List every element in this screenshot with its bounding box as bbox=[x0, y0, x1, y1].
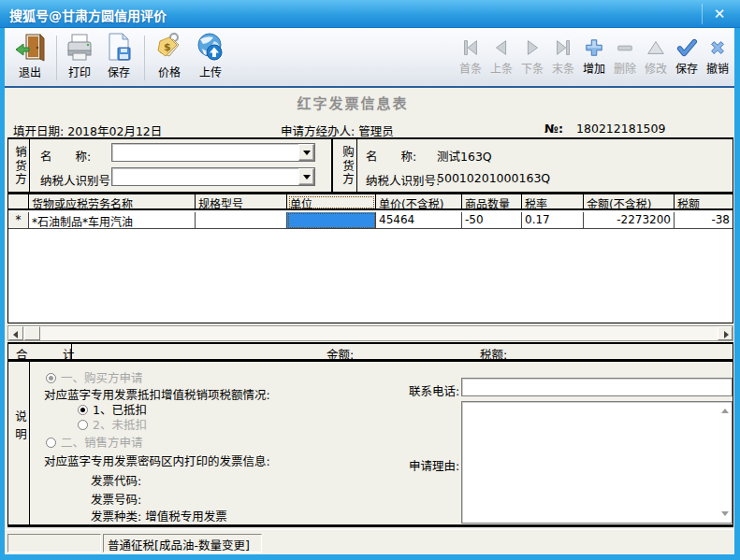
cell-quantity[interactable]: -50 bbox=[462, 212, 522, 229]
column-header-tax[interactable]: 税额 bbox=[675, 194, 733, 210]
save-record-button[interactable]: 保存 bbox=[672, 37, 702, 76]
scrollbar-thumb[interactable] bbox=[24, 326, 40, 340]
cancel-x-icon bbox=[706, 37, 729, 58]
column-header-quantity[interactable]: 商品数量 bbox=[462, 194, 522, 210]
cell-spec[interactable] bbox=[196, 212, 287, 229]
scroll-right-icon bbox=[724, 331, 729, 338]
buyer-tab: 购货方 bbox=[333, 139, 356, 192]
column-header-spec[interactable]: 规格型号 bbox=[196, 194, 287, 210]
add-record-label: 增加 bbox=[579, 60, 609, 76]
radio-seller-apply-label: 二、销售方申请 bbox=[61, 436, 143, 450]
toolbar: 退出 打印 保存 bbox=[5, 28, 734, 88]
modify-record-button[interactable]: 修改 bbox=[641, 37, 671, 76]
cell-goods-name[interactable]: *石油制品*车用汽油 bbox=[29, 212, 196, 229]
cell-amount[interactable]: -2273200 bbox=[584, 212, 675, 229]
invoice-number-label: 发票号码: bbox=[91, 493, 141, 507]
upload-globe-icon bbox=[196, 32, 225, 62]
seller-taxid-combobox[interactable] bbox=[111, 167, 315, 186]
column-header-amount[interactable]: 金额(不含税) bbox=[584, 194, 675, 210]
seller-taxid-value[interactable] bbox=[113, 169, 297, 184]
add-plus-icon bbox=[583, 37, 605, 58]
column-header-unit-price[interactable]: 单价(不含税) bbox=[376, 194, 462, 210]
seller-tab: 销货方 bbox=[8, 139, 29, 192]
statusbar-tax-mode: 普通征税[成品油-数量变更] bbox=[103, 534, 262, 553]
seller-taxid-label: 纳税人识别号: bbox=[40, 171, 114, 189]
print-button[interactable]: 打印 bbox=[60, 32, 99, 79]
window-title: 搜狐号@甘肃方圆信用评价 bbox=[9, 6, 167, 24]
cell-unit-selected[interactable] bbox=[287, 212, 376, 229]
column-header-tax-rate[interactable]: 税率 bbox=[522, 194, 584, 210]
notes-panel: 说明 一、购买方申请 对应蓝字专用发票抵扣增值税销项税额情况: 1、已抵扣 2、… bbox=[7, 361, 733, 527]
print-label: 打印 bbox=[60, 64, 99, 79]
fill-date-value: 2018年02月12日 bbox=[67, 124, 162, 138]
radio-buyer-apply[interactable]: 一、购买方申请 bbox=[46, 368, 143, 386]
delete-minus-icon bbox=[614, 37, 636, 58]
buyer-taxid-value: 50010201000163Q bbox=[437, 171, 550, 185]
window-border bbox=[0, 554, 740, 560]
price-button[interactable]: $ 价格 bbox=[150, 32, 189, 79]
seller-name-combobox[interactable] bbox=[111, 143, 315, 162]
prev-record-icon bbox=[490, 37, 513, 58]
cell-unit-price[interactable]: 45464 bbox=[376, 212, 462, 229]
form-number: №: 180212181509 bbox=[544, 122, 665, 136]
reason-textarea[interactable] bbox=[461, 401, 733, 524]
window-border bbox=[734, 28, 740, 560]
phone-label: 联系电话: bbox=[409, 381, 459, 399]
scroll-down-icon[interactable] bbox=[721, 511, 729, 516]
upload-label: 上传 bbox=[191, 64, 230, 79]
statusbar-cell-empty bbox=[7, 534, 101, 553]
seller-name-label: 名 称: bbox=[40, 147, 91, 165]
radio-not-deducted[interactable]: 2、未抵扣 bbox=[78, 415, 147, 433]
form-number-value: 180212181509 bbox=[576, 122, 665, 136]
window-border bbox=[0, 28, 5, 560]
app-window: 搜狐号@甘肃方圆信用评价 ✕ 退出 打印 bbox=[0, 0, 740, 560]
row-selector[interactable]: * bbox=[8, 212, 29, 229]
radio-button-icon[interactable] bbox=[78, 420, 88, 430]
cell-tax[interactable]: -38 bbox=[675, 212, 733, 229]
radio-button-icon[interactable] bbox=[78, 405, 88, 415]
radio-button-icon[interactable] bbox=[46, 438, 56, 448]
statusbar: 普通征税[成品油-数量变更] bbox=[5, 529, 734, 554]
svg-text:$: $ bbox=[164, 41, 171, 53]
buyer-name-label: 名 称: bbox=[366, 147, 416, 165]
scroll-left-icon bbox=[13, 331, 18, 338]
radio-button-icon[interactable] bbox=[46, 373, 56, 383]
close-icon[interactable]: ✕ bbox=[708, 4, 731, 24]
column-header-unit[interactable]: 单位 bbox=[287, 194, 376, 210]
buyer-name-value: 测试163Q bbox=[437, 147, 492, 165]
upload-button[interactable]: 上传 bbox=[191, 32, 230, 79]
radio-buyer-apply-label: 一、购买方申请 bbox=[61, 371, 143, 385]
scroll-up-icon[interactable] bbox=[721, 409, 729, 413]
exit-button[interactable]: 退出 bbox=[10, 32, 50, 79]
form-title: 红字发票信息表 bbox=[259, 93, 446, 112]
phone-input[interactable] bbox=[461, 378, 733, 396]
column-header-goods-name[interactable]: 货物或应税劳务名称 bbox=[29, 194, 196, 210]
cell-tax-rate[interactable]: 0.17 bbox=[522, 212, 584, 229]
modify-record-label: 修改 bbox=[641, 60, 671, 76]
first-record-icon bbox=[459, 37, 482, 58]
seller-taxid-dropdown-button[interactable] bbox=[298, 168, 314, 185]
prev-record-label: 上条 bbox=[486, 60, 516, 76]
add-record-button[interactable]: 增加 bbox=[579, 37, 609, 76]
last-record-button[interactable]: 末条 bbox=[548, 37, 578, 76]
seller-name-dropdown-button[interactable] bbox=[298, 144, 314, 161]
divider bbox=[29, 139, 30, 192]
save-file-button[interactable]: 保存 bbox=[99, 32, 138, 79]
exit-label: 退出 bbox=[10, 64, 50, 79]
delete-record-button[interactable]: 删除 bbox=[610, 37, 640, 76]
price-label: 价格 bbox=[150, 64, 189, 79]
cancel-record-label: 撤销 bbox=[703, 60, 733, 76]
seller-name-value[interactable] bbox=[113, 145, 297, 160]
scroll-left-button[interactable] bbox=[8, 326, 23, 340]
prev-record-button[interactable]: 上条 bbox=[486, 37, 516, 76]
table-horizontal-scrollbar[interactable] bbox=[7, 325, 733, 341]
next-record-button[interactable]: 下条 bbox=[517, 37, 547, 76]
scroll-right-button[interactable] bbox=[718, 326, 733, 340]
last-record-label: 末条 bbox=[548, 60, 578, 76]
first-record-button[interactable]: 首条 bbox=[456, 37, 486, 76]
totals-row: 合 计 金额: 税额: bbox=[7, 342, 733, 361]
handler-label: 申请方经办人: bbox=[281, 124, 355, 138]
radio-seller-apply[interactable]: 二、销售方申请 bbox=[46, 433, 143, 451]
modify-triangle-icon bbox=[645, 37, 667, 58]
cancel-record-button[interactable]: 撤销 bbox=[703, 37, 733, 76]
